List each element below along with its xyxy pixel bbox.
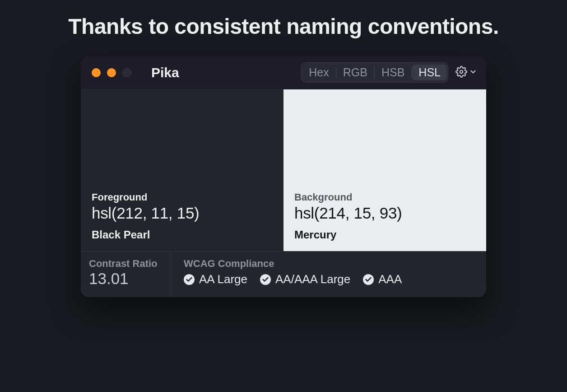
color-swatches: Foreground hsl(212, 11, 15) Black Pearl … xyxy=(81,89,486,251)
footer: Contrast Ratio 13.01 WCAG Compliance AA … xyxy=(81,251,486,297)
checkmark-circle-icon xyxy=(184,274,195,285)
app-title: Pika xyxy=(151,65,179,80)
wcag-item-label: AAA xyxy=(378,272,402,286)
background-swatch[interactable]: Background hsl(214, 15, 93) Mercury xyxy=(284,89,486,251)
foreground-color-name: Black Pearl xyxy=(92,229,273,241)
segment-divider xyxy=(336,67,336,78)
wcag-compliance-box: WCAG Compliance AA Large AA/AAA Large xyxy=(170,252,486,297)
segment-divider xyxy=(411,67,412,78)
gear-icon xyxy=(455,66,467,79)
chevron-down-icon xyxy=(469,68,477,78)
background-label: Background xyxy=(294,191,475,203)
wcag-item-label: AA Large xyxy=(199,272,247,286)
contrast-ratio-label: Contrast Ratio xyxy=(89,258,162,270)
foreground-swatch[interactable]: Foreground hsl(212, 11, 15) Black Pearl xyxy=(81,89,284,251)
background-color-value: hsl(214, 15, 93) xyxy=(294,204,475,222)
segment-divider xyxy=(374,67,375,78)
wcag-items-row: AA Large AA/AAA Large AAA xyxy=(184,272,474,286)
wcag-item-aa-large: AA Large xyxy=(184,272,247,286)
svg-point-0 xyxy=(460,70,463,74)
foreground-label: Foreground xyxy=(92,191,273,203)
foreground-color-value: hsl(212, 11, 15) xyxy=(92,204,273,222)
wcag-compliance-label: WCAG Compliance xyxy=(184,258,474,270)
color-format-segmented-control: Hex RGB HSB HSL xyxy=(301,62,448,83)
format-tab-rgb[interactable]: RGB xyxy=(337,65,374,80)
checkmark-circle-icon xyxy=(260,274,271,285)
app-window: Pika Hex RGB HSB HSL xyxy=(81,56,486,297)
wcag-item-label: AA/AAA Large xyxy=(275,272,350,286)
settings-button[interactable] xyxy=(455,66,477,79)
page-headline: Thanks to consistent naming conventions. xyxy=(68,10,498,43)
title-bar: Pika Hex RGB HSB HSL xyxy=(81,56,486,89)
format-tab-hsl[interactable]: HSL xyxy=(412,65,447,80)
checkmark-circle-icon xyxy=(363,274,374,285)
background-color-name: Mercury xyxy=(294,229,475,241)
format-tab-hex[interactable]: Hex xyxy=(302,65,335,80)
minimize-window-button[interactable] xyxy=(107,68,116,77)
contrast-ratio-value: 13.01 xyxy=(89,270,162,288)
zoom-window-button[interactable] xyxy=(122,68,131,77)
traffic-lights xyxy=(92,68,131,77)
format-tab-hsb[interactable]: HSB xyxy=(375,65,411,80)
wcag-item-aa-aaa-large: AA/AAA Large xyxy=(260,272,350,286)
contrast-ratio-box: Contrast Ratio 13.01 xyxy=(81,252,170,297)
wcag-item-aaa: AAA xyxy=(363,272,402,286)
close-window-button[interactable] xyxy=(92,68,101,77)
